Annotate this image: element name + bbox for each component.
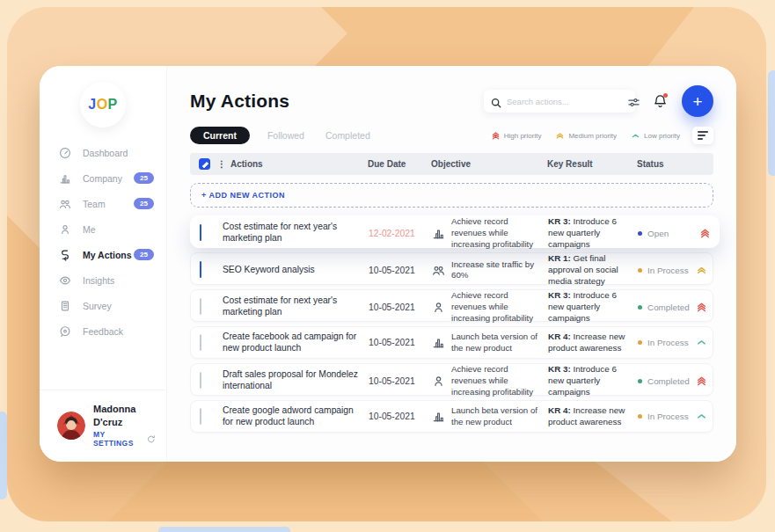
sidebar-item-label: Dashboard <box>83 148 128 158</box>
arrow-circle-icon <box>147 434 156 444</box>
logo-text: JOP <box>88 97 118 113</box>
sidebar-item-survey[interactable]: Survey <box>40 293 166 318</box>
team-icon <box>59 198 71 210</box>
objective-text: Launch beta version of the new product <box>451 405 541 427</box>
objective-text: Achieve record revenues while increasing… <box>451 364 541 397</box>
legend-label: Medium priority <box>568 132 617 140</box>
status-badge: In Process <box>638 338 696 347</box>
status-badge: Completed <box>638 302 696 312</box>
status-dot-icon <box>638 414 642 419</box>
sidebar-item-label: My Actions <box>83 250 132 260</box>
column-header-objective: Objective <box>431 159 547 169</box>
bar-chart-icon <box>432 227 445 240</box>
column-header-actions: Actions <box>230 159 263 169</box>
objective-text: Increase site traffic by 60% <box>451 259 541 281</box>
row-checkbox[interactable] <box>200 261 201 278</box>
low-priority-icon[interactable] <box>696 337 707 348</box>
status-label: Open <box>647 229 669 238</box>
actions-table-body: Cost estimate for next year's marketing … <box>190 215 713 433</box>
action-title: SEO Keyword analysis <box>223 265 369 276</box>
bar-chart-icon <box>59 172 71 185</box>
gauge-icon <box>59 147 71 159</box>
filter-sliders-icon[interactable] <box>628 96 640 107</box>
main-content: My Actions <box>167 66 736 462</box>
search-box <box>484 90 635 113</box>
sidebar-item-me[interactable]: Me <box>40 216 166 242</box>
column-header-due-date: Due Date <box>368 159 431 169</box>
status-badge: In Process <box>638 266 696 275</box>
table-row[interactable]: Draft sales proposal for Mondelez intern… <box>190 363 713 396</box>
avatar <box>57 412 85 440</box>
person-icon <box>432 301 445 314</box>
medium-priority-icon[interactable] <box>696 265 707 276</box>
profile-name: Madonna D'cruz <box>93 403 156 428</box>
survey-icon <box>59 300 71 312</box>
person-icon <box>59 223 71 236</box>
sidebar-item-team[interactable]: Team25 <box>40 191 166 216</box>
app-logo: JOP <box>80 82 126 128</box>
my-settings-link[interactable]: MY SETTINGS <box>93 430 156 448</box>
legend-medium-priority: Medium priority <box>555 131 617 141</box>
table-row[interactable]: Cost estimate for next year's marketing … <box>190 289 713 322</box>
search-input[interactable] <box>501 97 628 106</box>
sidebar-item-label: Company <box>83 173 122 184</box>
row-checkbox[interactable] <box>200 298 201 315</box>
tab-completed[interactable]: Completed <box>325 130 370 141</box>
sidebar-nav: DashboardCompany25Team25MeMy Actions25In… <box>40 140 166 390</box>
status-dot-icon <box>638 268 642 273</box>
bar-chart-icon <box>432 410 445 423</box>
add-action-button[interactable]: + <box>682 85 713 117</box>
status-badge: In Process <box>638 412 696 421</box>
notification-dot <box>663 93 668 98</box>
row-checkbox[interactable] <box>200 408 201 425</box>
column-header-key-result: Key Result <box>547 159 637 169</box>
table-header: ⋮ Actions Due Date Objective Key Result … <box>190 153 713 175</box>
high-priority-icon[interactable] <box>696 302 707 313</box>
table-row[interactable]: Cost estimate for next year's marketing … <box>190 215 720 248</box>
tab-followed[interactable]: Followed <box>267 130 304 141</box>
legend-label: Low priority <box>644 132 680 140</box>
objective-text: Achieve record revenues while increasing… <box>451 216 541 250</box>
sort-button[interactable] <box>692 127 713 144</box>
action-title: Create facebook ad campaign for new prod… <box>223 332 369 354</box>
user-profile[interactable]: Madonna D'cruz MY SETTINGS <box>40 390 166 462</box>
notifications-bell-icon[interactable] <box>653 93 668 109</box>
action-title: Cost estimate for next year's marketing … <box>223 222 369 244</box>
bg-accent-shape <box>768 70 775 176</box>
add-new-action-button[interactable]: + ADD NEW ACTION <box>190 183 713 208</box>
sidebar: JOP DashboardCompany25Team25MeMy Actions… <box>40 66 167 462</box>
page-title: My Actions <box>190 91 289 112</box>
due-date: 10-05-2021 <box>369 338 432 347</box>
priority-legend: High priority Medium priority Low priori… <box>477 127 713 144</box>
tab-current[interactable]: Current <box>190 127 250 144</box>
select-all-checkbox[interactable] <box>199 158 210 170</box>
table-row[interactable]: Create facebook ad campaign for new prod… <box>190 326 713 359</box>
sidebar-item-dashboard[interactable]: Dashboard <box>40 140 166 165</box>
bar-chart-icon <box>432 336 445 349</box>
sidebar-item-company[interactable]: Company25 <box>40 165 166 191</box>
row-checkbox[interactable] <box>200 334 201 351</box>
high-priority-icon[interactable] <box>696 375 707 387</box>
status-badge: Completed <box>638 376 696 386</box>
sidebar-item-insights[interactable]: Insights <box>40 267 166 293</box>
count-badge: 25 <box>134 198 154 209</box>
high-priority-icon[interactable] <box>699 228 711 239</box>
action-title: Create google adword campaign for new pr… <box>223 405 369 428</box>
row-checkbox[interactable] <box>200 372 201 389</box>
team-icon <box>432 264 445 277</box>
status-dot-icon <box>638 231 642 236</box>
legend-high-priority: High priority <box>491 131 542 141</box>
row-checkbox[interactable] <box>200 224 201 241</box>
count-badge: 25 <box>134 172 154 184</box>
logo-letter: J <box>88 97 96 112</box>
feedback-icon <box>59 325 71 338</box>
sidebar-item-my-actions[interactable]: My Actions25 <box>40 242 166 267</box>
table-row[interactable]: Create google adword campaign for new pr… <box>190 400 713 433</box>
due-date: 12-02-2021 <box>369 229 432 238</box>
table-row[interactable]: SEO Keyword analysis 10-05-2021 Increase… <box>190 252 713 285</box>
low-priority-icon[interactable] <box>696 411 707 422</box>
sidebar-item-label: Me <box>83 224 96 235</box>
legend-low-priority: Low priority <box>631 131 680 141</box>
high-priority-icon <box>491 131 501 141</box>
sidebar-item-feedback[interactable]: Feedback <box>40 318 166 344</box>
